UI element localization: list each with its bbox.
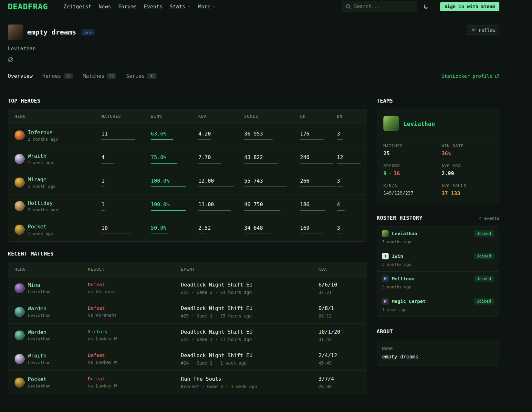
kda-value: 7.70 bbox=[198, 154, 244, 160]
table-row[interactable]: Pocket1 week ago 10 50.0% 2.52 34 648 16… bbox=[8, 218, 367, 241]
dn-bar bbox=[337, 186, 343, 187]
steam-profile-link[interactable] bbox=[8, 57, 14, 63]
table-header-row: HERO RESULT EVENT KDA bbox=[8, 262, 367, 276]
table-row[interactable]: MinaLeviathan Defeatvs Abrahams Deadlock… bbox=[8, 276, 367, 300]
team-stats: MATCHES 25 WIN RATE 36% RECORD 9-16 AVG … bbox=[383, 137, 493, 196]
matches-value: 4 bbox=[101, 154, 151, 160]
dn-bar bbox=[337, 234, 343, 234]
search-icon bbox=[345, 4, 351, 9]
souls-value: 34 648 bbox=[244, 225, 300, 231]
about-card: Name empty dreams bbox=[377, 340, 499, 366]
teams-card: Leviathan MATCHES 25 WIN RATE 36% RECORD… bbox=[377, 109, 499, 203]
match-opponent: vs Abrahams bbox=[88, 289, 181, 294]
nav-link-events[interactable]: Events bbox=[144, 4, 162, 10]
nav-link-forums[interactable]: Forums bbox=[118, 4, 137, 10]
roster-item[interactable]: Leviathan Joined 3 months ago bbox=[377, 226, 499, 249]
lh-value: 246 bbox=[300, 154, 337, 160]
table-row[interactable]: WardenLeviathan Defeatvs Abrahams Deadlo… bbox=[8, 300, 367, 324]
player-team-link[interactable]: Leviathan bbox=[8, 45, 467, 52]
matches-value: 1 bbox=[101, 178, 151, 184]
tab-count-badge: 32 bbox=[147, 73, 157, 79]
hero-icon bbox=[15, 225, 25, 235]
kda-value: 12.00 bbox=[198, 178, 244, 184]
lh-value: 176 bbox=[300, 131, 337, 137]
steam-icon bbox=[8, 57, 14, 63]
table-row[interactable]: WardenLeviathan Victoryvs Lowkey W Deadl… bbox=[8, 324, 367, 347]
roster-history-title: ROSTER HISTORY bbox=[377, 215, 422, 221]
lh-bar bbox=[300, 210, 325, 211]
kda-bar bbox=[198, 186, 234, 187]
nav-link-news[interactable]: News bbox=[99, 4, 111, 10]
tab-series[interactable]: Series32 bbox=[126, 73, 157, 79]
tab-overview[interactable]: Overview bbox=[8, 73, 33, 79]
souls-value: 55 743 bbox=[244, 178, 300, 184]
top-heroes-title: TOP HEROES bbox=[8, 98, 367, 104]
joined-badge: Joined bbox=[474, 253, 494, 259]
table-row[interactable]: Infernus2 months ago 11 63.6% 4.20 36 95… bbox=[8, 124, 367, 147]
hero-icon bbox=[15, 354, 25, 364]
matches-value: 1 bbox=[101, 201, 151, 207]
matches-bar bbox=[101, 139, 135, 140]
col-event: EVENT bbox=[181, 262, 318, 276]
hero-team: Leviathan bbox=[28, 360, 50, 365]
lh-bar bbox=[300, 234, 323, 234]
lh-bar bbox=[300, 139, 324, 140]
theme-toggle[interactable] bbox=[423, 3, 429, 10]
team-icon bbox=[382, 230, 389, 237]
hero-name: Warden bbox=[28, 329, 50, 335]
signin-steam-button[interactable]: Sign in with Steam bbox=[440, 2, 499, 11]
roster-team-name: 1Win bbox=[392, 254, 403, 259]
nav-link-zeitgeist[interactable]: Zeitgeist bbox=[63, 4, 91, 10]
chevron-down-icon bbox=[187, 5, 191, 9]
recent-matches-title: RECENT MATCHES bbox=[8, 251, 367, 257]
match-opponent: vs Abrahams bbox=[88, 313, 181, 318]
follow-button[interactable]: Follow bbox=[467, 25, 499, 35]
roster-item[interactable]: M Magic Carpet Joined 1 year ago bbox=[377, 294, 499, 317]
matches-bar bbox=[101, 234, 132, 234]
match-kda: 10/1/20 bbox=[318, 329, 367, 335]
col-lh: LH bbox=[300, 109, 337, 124]
event-name: Run The Souls bbox=[181, 376, 318, 382]
roster-team-name: Mellteam bbox=[392, 276, 414, 281]
tab-matches[interactable]: Matches52 bbox=[83, 73, 117, 79]
team-icon: 1 bbox=[382, 253, 389, 259]
event-details: #25 · Game 1 · 15 hours ago bbox=[181, 313, 318, 318]
search-input[interactable] bbox=[342, 1, 417, 12]
roster-item[interactable]: 1 1Win Joined 3 months ago bbox=[377, 249, 499, 272]
winrate-value: 63.6% bbox=[151, 131, 198, 137]
nav-link-stats[interactable]: Stats bbox=[170, 4, 191, 10]
match-opponent: vs Lowkey W bbox=[88, 336, 181, 341]
hero-team: Leviathan bbox=[28, 337, 50, 341]
matches-value: 11 bbox=[101, 131, 151, 137]
match-result: Defeat bbox=[88, 353, 181, 358]
match-duration: 37:21 bbox=[318, 290, 367, 295]
table-row[interactable]: Holliday3 months ago 1 100.0% 11.00 46 7… bbox=[8, 194, 367, 218]
hero-icon bbox=[15, 177, 25, 187]
col-kda: KDA bbox=[318, 262, 367, 276]
hero-last-played: 1 month ago bbox=[28, 184, 56, 189]
hero-last-played: 1 week ago bbox=[28, 231, 53, 236]
roster-time: 1 year ago bbox=[382, 307, 494, 312]
team-name-link[interactable]: Leviathan bbox=[403, 120, 435, 127]
top-navbar: DEADFRAG Zeitgeist News Forums Events St… bbox=[0, 0, 532, 13]
col-win: WIN% bbox=[151, 109, 198, 124]
roster-item[interactable]: M Mellteam Joined 3 months ago bbox=[377, 272, 499, 294]
top-heroes-card: HERO MATCHES WIN% KDA SOULS LH DN Infern… bbox=[8, 109, 367, 242]
hero-team: Leviathan bbox=[28, 289, 50, 294]
table-row[interactable]: Wraith1 week ago 4 75.0% 7.70 43 822 246… bbox=[8, 147, 367, 171]
table-row[interactable]: WraithLeviathan Defeatvs Lowkey W Deadlo… bbox=[8, 347, 367, 371]
winrate-bar bbox=[151, 234, 168, 234]
table-row[interactable]: Mirage1 month ago 1 100.0% 12.00 55 743 … bbox=[8, 171, 367, 194]
teams-title: TEAMS bbox=[377, 98, 499, 104]
lh-bar bbox=[300, 186, 336, 187]
about-name-value: empty dreams bbox=[382, 354, 494, 360]
brand-logo[interactable]: DEADFRAG bbox=[8, 2, 48, 11]
kda-bar bbox=[198, 163, 221, 164]
statlocker-profile-link[interactable]: StatLocker profile bbox=[442, 74, 499, 79]
table-row[interactable]: PocketLeviathan Defeatvs Lowkey W Run Th… bbox=[8, 371, 367, 394]
tab-heroes[interactable]: Heroes15 bbox=[42, 73, 73, 79]
nav-link-more[interactable]: More bbox=[198, 4, 216, 10]
dn-value: 3 bbox=[337, 178, 367, 184]
stat-avg-souls: AVG SOULS 37 133 bbox=[442, 183, 493, 196]
team-icon: M bbox=[382, 276, 389, 282]
